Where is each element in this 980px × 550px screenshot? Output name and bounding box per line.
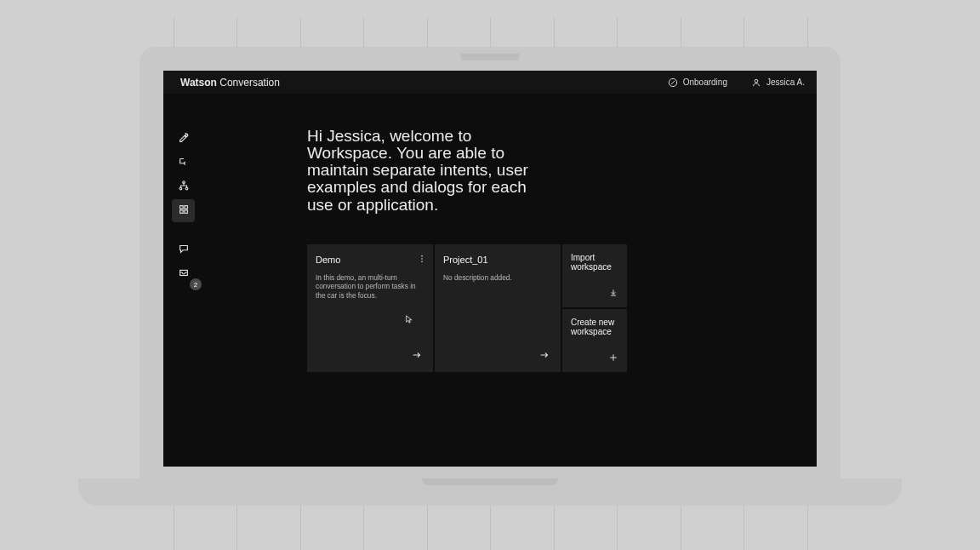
svg-point-11 xyxy=(421,258,423,260)
card-description: No description added. xyxy=(443,273,550,283)
laptop-trackpad-notch xyxy=(422,478,558,485)
workspace-card-demo[interactable]: Demo In this demo, an multi-turn convers… xyxy=(307,244,433,372)
workspace-cards: Demo In this demo, an multi-turn convers… xyxy=(307,244,808,372)
welcome-heading: Hi Jessica, welcome to Workspace. You ar… xyxy=(307,128,554,214)
sidebar-item-inbox[interactable]: 2 xyxy=(172,262,195,285)
svg-point-1 xyxy=(755,79,758,83)
cursor-icon xyxy=(405,314,413,326)
card-title: Project_01 xyxy=(443,255,552,265)
svg-rect-8 xyxy=(184,210,187,214)
plus-icon xyxy=(608,353,618,365)
main-content: Hi Jessica, welcome to Workspace. You ar… xyxy=(203,94,817,467)
svg-point-2 xyxy=(182,181,185,184)
top-bar: Watson Conversation Onboarding xyxy=(163,71,817,94)
sidebar: 2 xyxy=(163,94,203,467)
sidebar-item-chat[interactable] xyxy=(172,238,195,261)
card-open-arrow[interactable] xyxy=(538,349,550,364)
grid-icon xyxy=(178,203,190,218)
user-menu[interactable]: Jessica A. xyxy=(739,71,817,94)
svg-point-12 xyxy=(421,261,423,262)
create-workspace-card[interactable]: Create new workspace xyxy=(562,309,627,372)
workspace-card-project01[interactable]: Project_01 No description added. xyxy=(435,244,561,372)
inbox-icon xyxy=(178,266,190,281)
svg-point-3 xyxy=(179,187,182,190)
person-icon xyxy=(751,77,761,88)
card-description: In this demo, an multi-turn conversation… xyxy=(316,273,422,301)
svg-rect-7 xyxy=(179,210,183,214)
sidebar-item-dialog[interactable] xyxy=(172,152,195,175)
card-title: Create new workspace xyxy=(571,318,618,337)
laptop-mock: Watson Conversation Onboarding xyxy=(140,47,840,481)
brand-bold: Watson xyxy=(180,77,217,89)
download-icon xyxy=(608,289,618,301)
brand: Watson Conversation xyxy=(163,77,280,89)
laptop-notch xyxy=(460,54,520,60)
svg-rect-5 xyxy=(179,206,183,209)
overflow-dots-icon xyxy=(418,254,426,266)
sidebar-item-tree[interactable] xyxy=(172,175,195,198)
svg-point-10 xyxy=(421,255,423,256)
brand-light: Conversation xyxy=(219,77,280,89)
svg-point-4 xyxy=(185,187,188,190)
app-screen: Watson Conversation Onboarding xyxy=(163,71,817,467)
card-action-icon[interactable] xyxy=(608,352,618,365)
card-more-menu[interactable] xyxy=(418,254,426,266)
sidebar-item-build[interactable] xyxy=(172,128,195,151)
inbox-badge: 2 xyxy=(190,278,202,290)
hierarchy-icon xyxy=(178,180,190,194)
sidebar-item-workspaces[interactable] xyxy=(172,199,195,222)
svg-rect-6 xyxy=(184,206,187,209)
card-action-icon[interactable] xyxy=(608,288,618,301)
onboarding-button[interactable]: Onboarding xyxy=(656,71,739,94)
onboarding-label: Onboarding xyxy=(683,77,727,87)
user-name: Jessica A. xyxy=(766,77,805,87)
laptop-base xyxy=(78,478,902,506)
wrench-icon xyxy=(178,132,190,146)
card-open-arrow[interactable] xyxy=(411,349,423,364)
import-workspace-card[interactable]: Import workspace xyxy=(562,244,627,307)
card-title: Demo xyxy=(316,255,424,265)
compass-icon xyxy=(668,77,678,88)
arrow-right-icon xyxy=(538,352,550,364)
chat-icon xyxy=(178,243,190,257)
arrow-right-icon xyxy=(411,352,423,364)
dialog-map-icon xyxy=(178,156,190,170)
card-title: Import workspace xyxy=(571,253,618,272)
